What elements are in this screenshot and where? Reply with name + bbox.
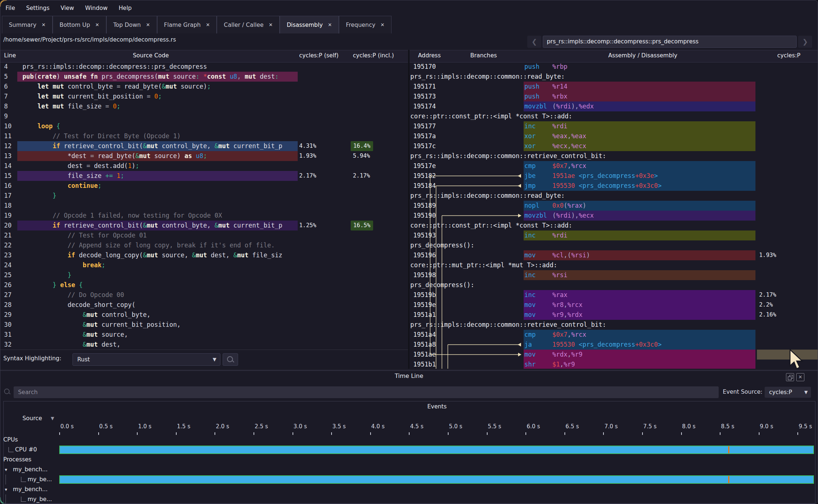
timeline-splitter[interactable]: [0, 370, 818, 371]
source-line[interactable]: 5pub(crate) unsafe fn prs_decompress(mut…: [0, 72, 408, 82]
tab-flame-graph[interactable]: Flame Graph✕: [157, 16, 217, 33]
asm-row[interactable]: 1951b1shr$1,%r9: [410, 360, 818, 369]
menu-item-view[interactable]: View: [61, 5, 74, 11]
tab-close-icon[interactable]: ✕: [42, 22, 46, 28]
tab-close-icon[interactable]: ✕: [328, 22, 332, 28]
tab-summary[interactable]: Summary✕: [2, 16, 53, 33]
menu-item-settings[interactable]: Settings: [26, 5, 50, 11]
source-line[interactable]: 22 // Append size of long copy, break if…: [0, 240, 408, 250]
timeline-float-button[interactable]: [786, 373, 794, 381]
timeline-event-bar[interactable]: [59, 446, 814, 454]
asm-cost-value: 2.17%: [759, 290, 776, 300]
asm-row[interactable]: 195184jmp195530 <prs_decompress+0x3c0>: [410, 181, 818, 191]
asm-row[interactable]: 195196mov%cl,(%rsi)1.93%: [410, 250, 818, 260]
col-assembly[interactable]: Assembly / Disassembly: [608, 52, 677, 59]
timeline-row-label[interactable]: CPU #0: [15, 445, 37, 455]
asm-row[interactable]: 19519binc%rax2.17%: [410, 290, 818, 300]
tab-bottom-up[interactable]: Bottom Up✕: [53, 16, 106, 33]
col-branches[interactable]: Branches: [470, 52, 497, 59]
source-line[interactable]: 29 &mut control_byte,: [0, 310, 408, 320]
source-line[interactable]: 8 let mut file_size = 0;: [0, 101, 408, 111]
source-line[interactable]: 16 continue;: [0, 181, 408, 191]
expander-icon[interactable]: ▾: [5, 485, 7, 494]
source-line[interactable]: 21 // Test for Opcode 01: [0, 230, 408, 240]
tab-frequency[interactable]: Frequency✕: [339, 16, 392, 33]
source-line[interactable]: 7 let mut current_bit_position = 0;: [0, 92, 408, 101]
col-line[interactable]: Line: [4, 52, 16, 59]
tab-close-icon[interactable]: ✕: [95, 22, 99, 28]
col-cycles-incl[interactable]: cycles:P (incl.): [353, 52, 394, 59]
source-line[interactable]: 25 }: [0, 270, 408, 280]
menu-item-help[interactable]: Help: [118, 5, 131, 11]
timeline-row-label[interactable]: my_bench...: [13, 465, 47, 475]
source-search-button[interactable]: [223, 353, 238, 366]
asm-row[interactable]: 195182jbe1951ae <prs_decompress+0x3e>: [410, 171, 818, 181]
source-line[interactable]: 17 }: [0, 191, 408, 201]
expander-icon[interactable]: ▾: [5, 465, 7, 475]
tab-close-icon[interactable]: ✕: [380, 22, 385, 28]
symbol-search-input[interactable]: prs_rs::impls::decomp::decompress::prs_d…: [543, 36, 797, 48]
source-line[interactable]: 28 decode_short_copy(: [0, 300, 408, 310]
source-line[interactable]: 10 loop {: [0, 121, 408, 131]
source-line[interactable]: 14 dest = dest.add(1);: [0, 161, 408, 171]
event-source-select[interactable]: cycles:P ▼: [765, 387, 811, 398]
tab-caller-callee[interactable]: Caller / Callee✕: [217, 16, 280, 33]
asm-row[interactable]: 195189nopl0x0(%rax): [410, 201, 818, 211]
tab-close-icon[interactable]: ✕: [206, 22, 210, 28]
source-line[interactable]: 30 &mut current_bit_position,: [0, 320, 408, 330]
code-token: %rax: [552, 291, 567, 299]
asm-row[interactable]: 195171push%r14: [410, 82, 818, 92]
asm-row[interactable]: 19517ecmp$0x7,%rcx: [410, 161, 818, 171]
source-line[interactable]: 23 if decode_long_copy(&mut source, &mut…: [0, 250, 408, 260]
asm-row[interactable]: 195190movzbl(%rdi),%ecx: [410, 211, 818, 221]
col-source-code[interactable]: Source Code: [133, 52, 169, 59]
symbol-forward-button[interactable]: ❯: [798, 36, 812, 48]
source-line[interactable]: 19 // Opcode 1 failed, now testing for O…: [0, 211, 408, 221]
source-line[interactable]: 20 if retrieve_control_bit(&mut control_…: [0, 221, 408, 230]
source-line[interactable]: 27 // Do Opcode 00: [0, 290, 408, 300]
source-line[interactable]: 4prs_rs::impls::decomp::decompress::prs_…: [0, 62, 408, 72]
asm-row[interactable]: 19517axor%eax,%eax: [410, 131, 818, 141]
col-address[interactable]: Address: [418, 52, 441, 59]
source-line[interactable]: 24 break;: [0, 260, 408, 270]
source-line[interactable]: 12 if retrieve_control_bit(&mut control_…: [0, 141, 408, 151]
tab-disassembly[interactable]: Disassembly✕: [280, 16, 339, 33]
source-line[interactable]: 13 *dest = read_byte(&mut source) as u8;…: [0, 151, 408, 161]
timeline-row-label[interactable]: my_be...: [28, 475, 52, 485]
source-line[interactable]: 18: [0, 201, 408, 211]
col-cycles-self[interactable]: cycles:P (self): [299, 52, 339, 59]
source-line[interactable]: 32 &mut dest,: [0, 340, 408, 350]
source-line[interactable]: 15 file_size += 1;2.17%2.17%: [0, 171, 408, 181]
asm-row[interactable]: 195170push%rbp: [410, 62, 818, 72]
asm-row[interactable]: 195198inc%rsi: [410, 270, 818, 280]
timeline-search-input[interactable]: Search: [14, 386, 719, 398]
timeline-event-bar[interactable]: [59, 475, 814, 484]
source-line[interactable]: 31 &mut source,: [0, 330, 408, 340]
asm-row[interactable]: 1951a8ja195530 <prs_decompress+0x3c0>: [410, 340, 818, 350]
timeline-row-label[interactable]: my_bench...: [13, 485, 47, 494]
timeline-close-button[interactable]: ✕: [796, 373, 804, 381]
symbol-back-button[interactable]: ❮: [527, 36, 541, 48]
asm-row[interactable]: 195177inc%rdi: [410, 121, 818, 131]
tab-top-down[interactable]: Top Down✕: [106, 16, 157, 33]
source-line[interactable]: 9: [0, 111, 408, 121]
tab-close-icon[interactable]: ✕: [269, 22, 273, 28]
source-column-header[interactable]: Source: [22, 415, 42, 422]
source-line[interactable]: 6 let mut control_byte = read_byte(&mut …: [0, 82, 408, 92]
timeline-row-label[interactable]: my_be...: [28, 494, 52, 504]
asm-row[interactable]: 195193inc%rdi: [410, 230, 818, 240]
asm-row[interactable]: 1951aemov%rdx,%r9: [410, 350, 818, 360]
source-line[interactable]: 11 // Test for Direct Byte (Opcode 1): [0, 131, 408, 141]
syntax-highlighting-select[interactable]: Rust ▼: [72, 353, 220, 366]
menu-item-window[interactable]: Window: [85, 5, 107, 11]
asm-row[interactable]: 19517cxor%ecx,%ecx: [410, 141, 818, 151]
asm-row[interactable]: 1951a4cmp$0x7,%rcx: [410, 330, 818, 340]
asm-row[interactable]: 195173push%rbx: [410, 92, 818, 101]
asm-row[interactable]: 1951a1mov%r9,%rdx2.16%: [410, 310, 818, 320]
asm-row[interactable]: 19519emov%r8,%rcx2.2%: [410, 300, 818, 310]
menu-item-file[interactable]: File: [6, 5, 15, 11]
col-cycles[interactable]: cycles:P: [777, 52, 800, 59]
tab-close-icon[interactable]: ✕: [146, 22, 150, 28]
source-line[interactable]: 26 } else {: [0, 280, 408, 290]
asm-row[interactable]: 195174movzbl(%rdi),%edx: [410, 101, 818, 111]
